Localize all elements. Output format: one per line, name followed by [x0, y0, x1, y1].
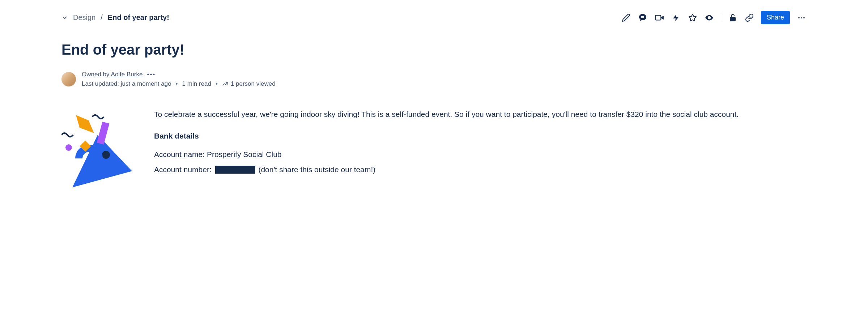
svg-point-15: [65, 144, 72, 151]
info-line: Last updated: just a moment ago • 1 min …: [82, 80, 276, 88]
svg-point-13: [102, 151, 110, 159]
breadcrumb: Design / End of year party!: [61, 13, 169, 22]
separator-dot: •: [216, 80, 218, 88]
views-stat[interactable]: 1 person viewed: [222, 80, 276, 88]
edit-icon[interactable]: [621, 13, 631, 23]
comment-icon[interactable]: [638, 13, 648, 23]
account-name-line: Account name: Prosperify Social Club: [154, 148, 807, 161]
video-icon[interactable]: [654, 13, 664, 23]
svg-marker-4: [661, 16, 663, 19]
account-number-note: (don't share this outside our team!): [256, 165, 376, 174]
meta-row: Owned by Aoife Burke ••• Last updated: j…: [61, 71, 807, 88]
intro-paragraph: To celebrate a successful year, we're go…: [154, 108, 807, 121]
svg-point-7: [709, 17, 710, 18]
last-updated: Last updated: just a moment ago: [82, 80, 171, 88]
account-name-value: Prosperify Social Club: [207, 150, 282, 158]
breadcrumb-separator: /: [101, 13, 103, 22]
separator-dot: •: [176, 80, 178, 88]
watch-icon[interactable]: [704, 13, 714, 23]
svg-point-9: [798, 17, 800, 18]
more-icon[interactable]: [796, 13, 807, 23]
toolbar: Share: [621, 11, 807, 24]
party-popper-icon: [61, 108, 141, 191]
breadcrumb-current[interactable]: End of year party!: [108, 13, 169, 22]
avatar[interactable]: [61, 72, 76, 86]
toolbar-divider: [721, 13, 721, 22]
bank-details-heading: Bank details: [154, 129, 807, 143]
page-body: To celebrate a successful year, we're go…: [154, 108, 807, 178]
svg-rect-8: [730, 17, 735, 21]
restrictions-icon[interactable]: [728, 13, 738, 23]
owned-by-line: Owned by Aoife Burke •••: [82, 71, 276, 78]
svg-marker-5: [673, 14, 679, 21]
svg-marker-6: [689, 14, 696, 21]
page-title: End of year party!: [61, 42, 807, 58]
svg-point-10: [801, 17, 802, 18]
account-number-label: Account number:: [154, 165, 214, 174]
owner-more-icon[interactable]: •••: [147, 71, 156, 78]
link-icon[interactable]: [744, 13, 754, 23]
chevron-down-icon[interactable]: [61, 14, 68, 21]
svg-rect-16: [97, 122, 110, 144]
svg-marker-17: [76, 115, 94, 133]
analytics-icon: [222, 81, 229, 87]
owner-link[interactable]: Aoife Burke: [111, 71, 143, 78]
redacted-value: [215, 166, 255, 174]
content-area: To celebrate a successful year, we're go…: [61, 108, 807, 191]
owned-by-prefix: Owned by: [82, 71, 110, 78]
svg-point-11: [803, 17, 805, 18]
share-button[interactable]: Share: [761, 11, 790, 24]
views-text: 1 person viewed: [231, 80, 276, 88]
top-bar: Design / End of year party! Share: [61, 11, 807, 24]
svg-rect-3: [655, 15, 661, 20]
star-icon[interactable]: [688, 13, 698, 23]
automation-icon[interactable]: [671, 13, 681, 23]
breadcrumb-parent[interactable]: Design: [73, 13, 95, 22]
account-name-label: Account name:: [154, 150, 207, 158]
account-number-line: Account number: (don't share this outsid…: [154, 163, 807, 176]
read-time: 1 min read: [182, 80, 211, 88]
